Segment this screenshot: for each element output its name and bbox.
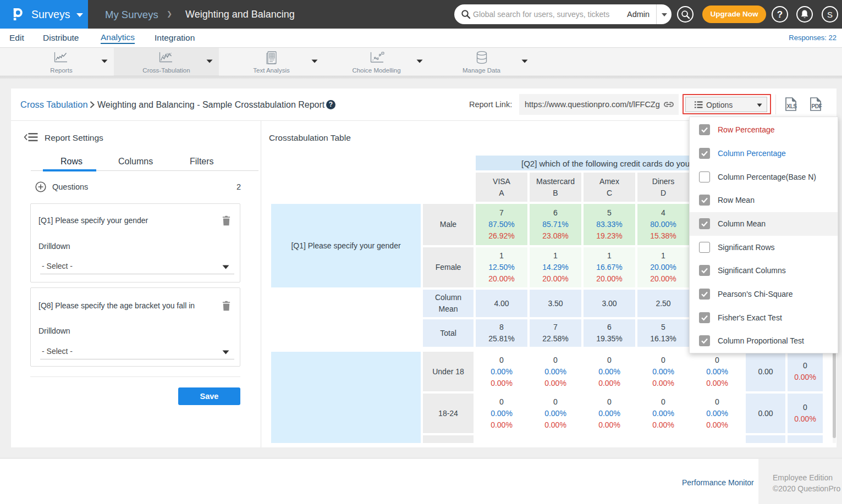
svg-text:XLS: XLS <box>787 103 797 109</box>
svg-text:PDF: PDF <box>812 103 822 109</box>
